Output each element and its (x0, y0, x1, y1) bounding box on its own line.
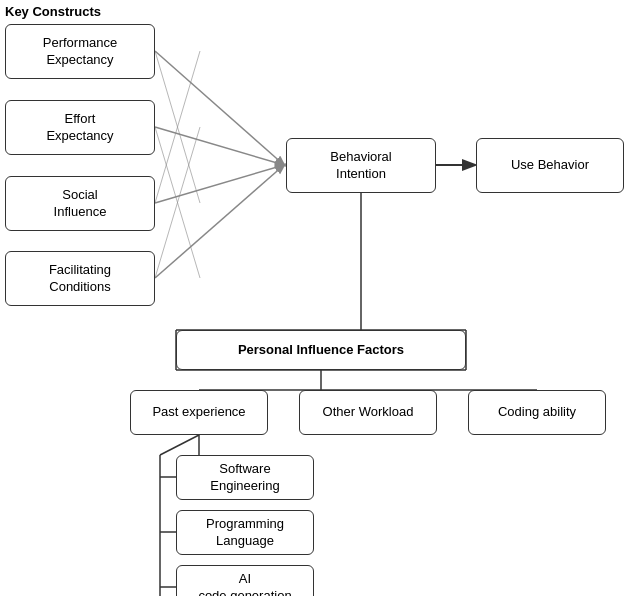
facilitating-conditions-label: FacilitatingConditions (49, 262, 111, 296)
use-behavior-box: Use Behavior (476, 138, 624, 193)
other-workload-box: Other Workload (299, 390, 437, 435)
svg-line-24 (160, 435, 199, 455)
other-workload-label: Other Workload (323, 404, 414, 421)
software-engineering-label: SoftwareEngineering (210, 461, 279, 495)
behavioral-intention-box: BehavioralIntention (286, 138, 436, 193)
personal-influence-factors-box: Personal Influence Factors (176, 330, 466, 370)
social-influence-box: SocialInfluence (5, 176, 155, 231)
effort-expectancy-box: EffortExpectancy (5, 100, 155, 155)
social-influence-label: SocialInfluence (54, 187, 107, 221)
coding-ability-box: Coding ability (468, 390, 606, 435)
svg-line-1 (155, 127, 284, 165)
programming-language-label: ProgrammingLanguage (206, 516, 284, 550)
behavioral-intention-label: BehavioralIntention (330, 149, 391, 183)
past-experience-box: Past experience (130, 390, 268, 435)
coding-ability-label: Coding ability (498, 404, 576, 421)
ai-code-generation-label: AIcode generation (198, 571, 291, 596)
use-behavior-label: Use Behavior (511, 157, 589, 174)
performance-expectancy-label: Performance Expectancy (12, 35, 148, 69)
programming-language-box: ProgrammingLanguage (176, 510, 314, 555)
key-constructs-label: Key Constructs (5, 4, 101, 19)
ai-code-generation-box: AIcode generation (176, 565, 314, 596)
svg-line-3 (155, 165, 284, 278)
personal-influence-factors-label: Personal Influence Factors (238, 342, 404, 359)
svg-line-0 (155, 51, 284, 165)
svg-line-2 (155, 165, 284, 203)
performance-expectancy-box: Performance Expectancy (5, 24, 155, 79)
past-experience-label: Past experience (152, 404, 245, 421)
effort-expectancy-label: EffortExpectancy (46, 111, 113, 145)
diagram: Key Constructs Performance Expectancy Ef… (0, 0, 630, 596)
facilitating-conditions-box: FacilitatingConditions (5, 251, 155, 306)
software-engineering-box: SoftwareEngineering (176, 455, 314, 500)
